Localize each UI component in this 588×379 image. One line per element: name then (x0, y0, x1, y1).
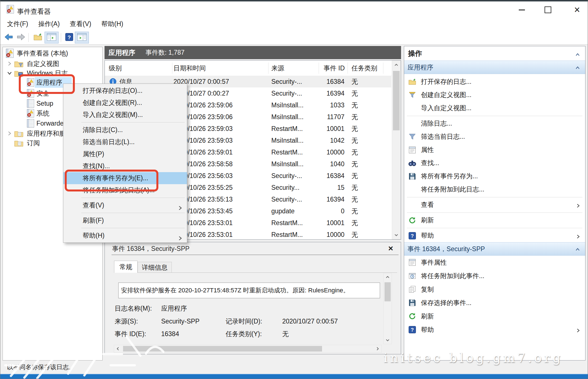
action-item-help[interactable]: ?帮助 (404, 323, 585, 336)
collapse-pane-icon[interactable] (575, 51, 580, 56)
cell-source: Security-... (271, 87, 302, 99)
cell-event-id: 16384 (319, 76, 344, 87)
filter-icon (408, 133, 417, 141)
action-section-header-event-16384[interactable]: 事件 16384，Security-SPP (404, 242, 585, 256)
graffiti-watermark (0, 320, 194, 379)
action-item-label: 将任务附加到此事件... (421, 272, 484, 280)
context-menu-item-import-custom-view[interactable]: 导入自定义视图(M)... (63, 109, 187, 121)
close-icon: × (388, 244, 393, 253)
refresh-icon (408, 312, 417, 320)
action-item-label: 创建自定义视图... (421, 91, 471, 99)
toggle-console-tree-button[interactable] (45, 32, 59, 43)
context-menu-item-properties[interactable]: 属性(P) (63, 148, 187, 160)
collapse-section-icon[interactable] (575, 65, 580, 70)
column-header-2[interactable]: 来源 (271, 61, 284, 76)
toggle-action-pane-icon (77, 33, 87, 42)
menubar-item-help[interactable]: 帮助(H) (101, 20, 123, 28)
cell-category: 无 (351, 135, 358, 146)
close-detail-button[interactable]: × (385, 243, 396, 254)
properties-icon (408, 258, 417, 267)
action-item-view[interactable]: 查看 (404, 198, 585, 211)
menubar-item-action[interactable]: 操作(A) (38, 20, 60, 28)
action-item-attach-task-to-this-event[interactable]: 将任务附加到此事件... (404, 269, 585, 283)
action-item-filter-current-log[interactable]: 筛选当前日志... (404, 130, 585, 143)
scrollbar-thumb[interactable] (393, 71, 400, 130)
action-item-event-properties[interactable]: 事件属性 (404, 256, 585, 269)
action-item-help[interactable]: ?帮助 (404, 229, 585, 242)
scrollbar-thumb[interactable] (385, 282, 391, 301)
cell-category: 无 (351, 87, 358, 99)
context-menu-item-refresh[interactable]: 刷新(F) (63, 214, 187, 227)
scroll-up-button[interactable] (384, 273, 392, 281)
action-item-open-saved-log[interactable]: 打开保存的日志... (404, 75, 585, 88)
cell-source: Security-... (271, 193, 302, 205)
chevron-right-icon[interactable] (7, 131, 12, 136)
open-saved-log-button[interactable] (32, 32, 44, 43)
action-item-save-all-events-as[interactable]: 将所有事件另存为... (404, 170, 585, 183)
cell-source: Security-... (271, 170, 302, 182)
action-item-label: 筛选当前日志... (421, 132, 465, 141)
cell-event-id: 10001 (319, 123, 344, 135)
scroll-up-button[interactable] (392, 61, 401, 69)
action-item-label: 保存选择的事件... (421, 299, 471, 307)
collapse-section-icon[interactable] (575, 246, 580, 251)
column-header-0[interactable]: 级别 (109, 61, 122, 76)
column-separator (319, 63, 319, 74)
action-item-label: 打开保存的日志... (421, 77, 471, 86)
minimize-button[interactable] (515, 4, 528, 15)
log-context-menu: 打开保存的日志(O)...创建自定义视图(R)...导入自定义视图(M)...清… (63, 84, 187, 243)
action-item-refresh[interactable]: 刷新 (404, 309, 585, 323)
tab-details[interactable]: 详细信息 (138, 262, 172, 273)
chevron-down-icon[interactable] (7, 70, 12, 76)
save-icon (408, 299, 417, 307)
action-item-properties[interactable]: 属性 (404, 143, 585, 156)
action-section-header-application[interactable]: 应用程序 (404, 61, 585, 74)
column-header-4[interactable]: 任务类别 (351, 61, 377, 76)
cell-category: 无 (351, 170, 358, 182)
cell-event-id: 15 (319, 182, 344, 193)
action-item-clear-log[interactable]: 清除日志... (404, 117, 585, 130)
action-item-find[interactable]: 查找... (404, 156, 585, 170)
context-menu-item-help[interactable]: 帮助(H) (63, 230, 187, 242)
context-menu-item-create-custom-view[interactable]: 创建自定义视图(R)... (63, 97, 187, 109)
cell-event-id: 16384 (319, 170, 344, 182)
scroll-down-button[interactable] (392, 231, 401, 239)
context-menu-item-open-saved-log[interactable]: 打开保存的日志(O)... (63, 85, 187, 97)
event-description-box[interactable]: 安排软件保护服务在 2020-10-27T15:48:57Z 时重新启动成功。原… (118, 283, 380, 298)
action-item-label: 事件属性 (421, 258, 447, 267)
action-separator (404, 196, 585, 198)
forward-button[interactable] (15, 32, 27, 43)
menubar-item-view[interactable]: 查看(V) (70, 20, 91, 28)
chevron-right-icon[interactable] (7, 61, 12, 66)
action-item-attach-task-to-this-log[interactable]: 将任务附加到此日志... (404, 183, 585, 196)
table-header-row: 级别日期和时间来源事件 ID任务类别 (105, 61, 401, 76)
context-menu-item-clear-log[interactable]: 清除日志(C)... (63, 124, 187, 136)
toggle-action-pane-button[interactable] (75, 32, 89, 43)
cell-category: 无 (351, 111, 358, 123)
maximize-button[interactable] (541, 4, 554, 15)
action-item-import-custom-view[interactable]: 导入自定义视图... (404, 101, 585, 115)
menubar-item-file[interactable]: 文件(F) (7, 20, 28, 28)
tree-item-event-viewer-local[interactable]: 事件查看器 (本地) (3, 48, 102, 59)
scroll-down-button[interactable] (384, 336, 392, 344)
action-item-label: 复制 (421, 285, 434, 294)
table-vertical-scrollbar[interactable] (392, 61, 401, 239)
action-item-create-custom-view[interactable]: 创建自定义视图... (404, 88, 585, 101)
context-menu-item-view[interactable]: 查看(V) (63, 199, 187, 211)
scroll-right-button[interactable] (374, 345, 381, 352)
action-separator (404, 115, 585, 117)
detail-vertical-scrollbar[interactable] (383, 273, 392, 344)
tab-general[interactable]: 常规 (114, 261, 138, 273)
cell-event-id: 1042 (319, 135, 344, 146)
menu-separator (81, 213, 185, 213)
close-button[interactable]: × (571, 4, 584, 15)
context-menu-item-filter-current-log[interactable]: 筛选当前日志(L)... (63, 136, 187, 148)
action-item-copy[interactable]: 复制 (404, 283, 585, 296)
column-header-1[interactable]: 日期和时间 (173, 61, 206, 76)
tree-item-label: 系统 (36, 108, 49, 119)
action-item-save-selected-events[interactable]: 保存选择的事件... (404, 296, 585, 309)
help-button[interactable]: ? (64, 32, 75, 43)
back-button[interactable] (3, 32, 14, 43)
column-header-3[interactable]: 事件 ID (319, 61, 345, 76)
action-item-refresh[interactable]: 刷新 (404, 214, 585, 227)
